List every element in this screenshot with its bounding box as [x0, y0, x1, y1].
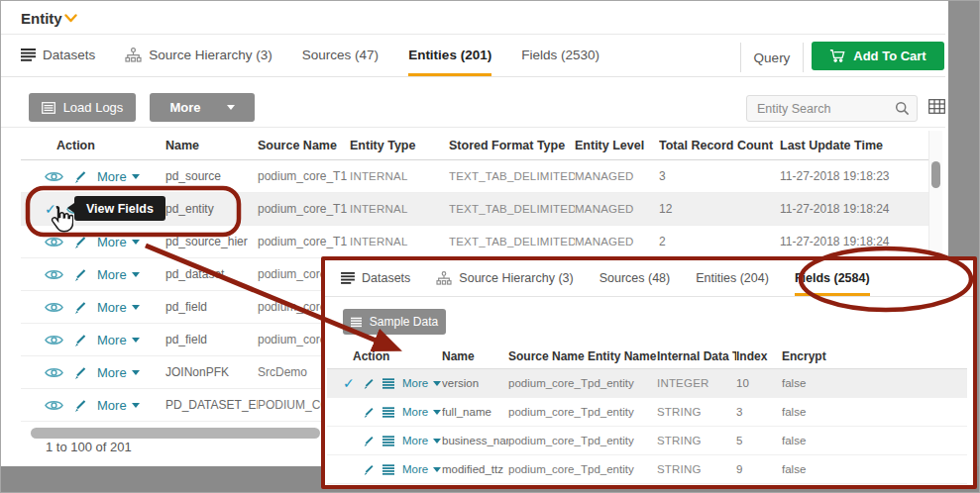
list-icon — [351, 317, 362, 328]
row-actions: More — [45, 333, 165, 347]
profile-list-icon[interactable] — [382, 464, 394, 475]
tab-datasets[interactable]: Datasets — [21, 35, 95, 76]
edit-pencil-icon[interactable] — [363, 377, 375, 389]
edit-pencil-icon[interactable] — [73, 267, 87, 281]
cell-last-update-time: 11-27-2018 19:18:23 — [780, 169, 928, 183]
load-logs-button[interactable]: Load Logs — [29, 93, 136, 122]
row-more-menu[interactable]: More — [97, 267, 140, 282]
cell-index: 5 — [736, 435, 782, 446]
more-dropdown-button[interactable]: More — [150, 93, 255, 122]
profile-list-icon[interactable] — [382, 378, 394, 389]
cell-entity-type: INTERNAL — [350, 203, 449, 215]
row-actions: More — [45, 169, 165, 184]
logs-icon — [42, 102, 55, 114]
cell-name: pd_entity — [165, 202, 258, 216]
caret-down-icon — [433, 410, 441, 415]
cell-source-name: podium_core_T1 — [258, 235, 350, 248]
caret-down-icon — [227, 105, 235, 110]
tab-entities[interactable]: Entities (204) — [696, 260, 769, 296]
view-eye-icon[interactable] — [45, 268, 63, 281]
cell-entity-name: pd_entity — [588, 435, 657, 446]
row-more-menu[interactable]: More — [97, 333, 140, 347]
view-eye-icon[interactable] — [45, 366, 63, 379]
vertical-scrollbar-thumb[interactable] — [931, 161, 940, 188]
row-more-menu[interactable]: More — [97, 365, 140, 380]
column-header: Entity Level — [575, 139, 659, 152]
caret-down-icon — [132, 240, 140, 245]
tab-fields[interactable]: Fields (2530) — [521, 35, 599, 76]
cell-internal-data-type: STRING — [657, 406, 736, 418]
column-header: Stored Format Type — [449, 139, 575, 152]
chevron-down-icon[interactable] — [64, 14, 77, 23]
edit-pencil-icon[interactable] — [363, 435, 375, 446]
row-more-menu[interactable]: More — [402, 406, 441, 418]
query-button[interactable]: Query — [740, 43, 804, 72]
row-actions: More — [45, 235, 165, 249]
view-eye-icon[interactable] — [45, 170, 63, 183]
cell-name: full_name — [442, 406, 508, 418]
row-actions: More — [45, 398, 165, 413]
cell-entity-level: MANAGED — [575, 170, 659, 182]
caret-down-icon — [132, 403, 140, 408]
caret-down-icon — [132, 305, 140, 310]
cell-entity-name: pd_entity — [588, 463, 657, 475]
edit-pencil-icon[interactable] — [73, 169, 87, 183]
cell-source-name: podium_core_T1 — [508, 377, 588, 389]
fields-panel: Datasets Source Hierarchy (3) Sources (4… — [321, 256, 977, 489]
view-eye-icon[interactable] — [45, 399, 63, 412]
edit-pencil-icon[interactable] — [73, 300, 87, 314]
edit-pencil-icon[interactable] — [73, 398, 87, 412]
tab-datasets[interactable]: Datasets — [341, 260, 410, 296]
cell-name: version — [442, 377, 508, 389]
row-more-menu[interactable]: More — [97, 398, 140, 413]
add-to-cart-button[interactable]: Add To Cart — [812, 42, 944, 70]
row-actions: More — [45, 300, 165, 315]
column-header: Last Update Time — [780, 139, 928, 152]
edit-pencil-icon[interactable] — [73, 333, 87, 346]
row-more-menu[interactable]: More — [97, 300, 140, 315]
caret-down-icon — [132, 370, 140, 375]
cell-name: pd_source_hier — [165, 235, 258, 248]
horizontal-scrollbar-thumb[interactable] — [31, 428, 320, 439]
cell-index: 9 — [736, 463, 782, 475]
tab-source-hierarchy[interactable]: Source Hierarchy (3) — [125, 35, 272, 76]
row-more-menu[interactable]: More — [402, 377, 441, 389]
edit-pencil-icon[interactable] — [363, 463, 375, 475]
table-row-selected: ✓ More version podium_core_T1 pd_entity … — [327, 369, 967, 398]
tab-fields[interactable]: Fields (2584) — [795, 260, 870, 296]
search-input[interactable] — [746, 95, 918, 122]
table-toolbar: Load Logs More — [1, 77, 945, 128]
cell-index: 10 — [736, 377, 782, 389]
edit-pencil-icon[interactable] — [363, 406, 375, 418]
column-header: Action — [45, 139, 165, 152]
tab-source-hierarchy[interactable]: Source Hierarchy (3) — [436, 260, 573, 296]
column-header: Source Name — [508, 349, 588, 363]
row-more-menu[interactable]: More — [97, 235, 140, 249]
profile-list-icon[interactable] — [382, 407, 394, 418]
cell-internal-data-type: STRING — [657, 463, 736, 475]
edit-pencil-icon[interactable] — [73, 365, 87, 379]
page-title: Entity — [21, 10, 62, 27]
column-header: Name — [442, 349, 508, 363]
table-row: More full_name podium_core_T1 pd_entity … — [327, 398, 967, 427]
app-window: Entity Datasets Source Hierarchy (3) Sou… — [0, 0, 980, 493]
tab-sources[interactable]: Sources (47) — [302, 35, 379, 76]
edit-pencil-icon[interactable] — [73, 235, 87, 248]
list-icon — [21, 49, 36, 61]
cell-source-name: podium_core_T1 — [258, 202, 350, 216]
profile-list-icon[interactable] — [382, 436, 394, 446]
sample-data-button[interactable]: Sample Data — [343, 309, 446, 335]
tab-entities[interactable]: Entities (201) — [408, 35, 491, 76]
tab-sources[interactable]: Sources (48) — [599, 260, 671, 296]
row-more-menu[interactable]: More — [97, 169, 140, 184]
view-eye-icon[interactable] — [45, 236, 63, 248]
hierarchy-icon — [125, 48, 142, 62]
row-more-menu[interactable]: More — [402, 435, 441, 446]
grid-view-icon[interactable] — [928, 99, 945, 114]
row-more-menu[interactable]: More — [402, 463, 441, 475]
view-eye-icon[interactable] — [45, 301, 63, 314]
tab-label: Entities (201) — [408, 48, 491, 62]
search-icon[interactable] — [895, 101, 910, 116]
view-eye-icon[interactable] — [45, 334, 63, 346]
tab-label: Datasets — [362, 271, 410, 285]
